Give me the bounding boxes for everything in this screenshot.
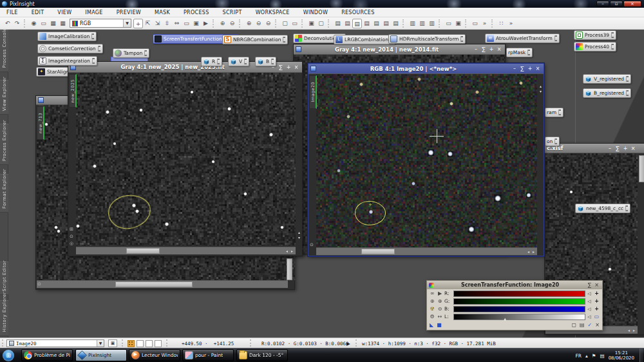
track-view-icon[interactable]: ▭ [593, 314, 600, 319]
edit-mode-icon[interactable]: ▶ [437, 291, 443, 297]
process-icon-imagecalibration[interactable]: ImageCalibration [37, 32, 97, 41]
menu-preview[interactable]: PREVIEW [117, 10, 141, 15]
scroll-down-icon[interactable]: ▾ [540, 90, 542, 93]
taskbar-item-mediaplayer[interactable]: Lecteur Windows ... [129, 349, 180, 361]
toolbar-button[interactable]: ⊖ [254, 19, 263, 28]
close-icon[interactable]: × [534, 66, 542, 71]
view-mode-icon[interactable]: ⊙ [37, 281, 41, 287]
window-titlebar[interactable]: RGB 4:1 Image20 | <*new*> – ∑ + × [308, 64, 544, 74]
toolbar-button[interactable]: ▭ [182, 19, 191, 28]
start-button[interactable]: ⊞ [3, 350, 14, 361]
window-titlebar[interactable]: c.xlsf – ∑ + × [545, 144, 644, 153]
grip[interactable] [122, 339, 124, 347]
toolbar-button[interactable]: ▥ [427, 19, 437, 28]
channel-toggle-2[interactable] [137, 340, 144, 347]
grip[interactable] [2, 339, 4, 347]
process-icon-staralignment[interactable]: ✦ StarAlign [36, 67, 72, 77]
zoom-icon[interactable]: + [488, 46, 495, 52]
toolbar-button[interactable]: ↷ [12, 19, 22, 28]
restore-button[interactable]: ▫ [610, 1, 623, 7]
shade-icon[interactable]: ∑ [518, 66, 526, 71]
settings-wrench-icon[interactable]: ⚙ [429, 314, 435, 320]
toolbar-button[interactable]: » [506, 19, 516, 28]
zoom-fit-icon[interactable]: ⊕ [437, 298, 443, 305]
toolbar-button[interactable]: ▥ [417, 19, 427, 28]
process-icon-process40[interactable]: Process40 [574, 42, 616, 52]
toolbar-button[interactable]: ▤ [381, 19, 391, 28]
zoom-out-icon[interactable]: ⊖ [437, 306, 443, 312]
menu-workspace[interactable]: WORKSPACE [256, 10, 290, 15]
toolbar-button[interactable]: ⇱ [143, 19, 153, 28]
toolbar-button[interactable]: ⇳ [162, 19, 172, 28]
stf-titlebar[interactable]: ScreenTransferFunction: Image20 ∑ × [427, 281, 602, 289]
auto-stretch-icon[interactable]: + [593, 291, 600, 296]
scroll-left-icon[interactable]: ◂ [286, 249, 288, 253]
window-rgb-image20[interactable]: RGB 4:1 Image20 | <*new*> – ∑ + × Image2… [308, 63, 544, 256]
scrollbar-thumb[interactable] [115, 281, 193, 287]
process-icon-lrgbcombination[interactable]: L LRGBCombination [334, 35, 395, 44]
clock[interactable]: 15:21 08/06/2020 [609, 350, 634, 361]
toolbar-button[interactable]: ↶ [3, 19, 12, 28]
menu-file[interactable]: FILE [6, 10, 18, 15]
image-icon-v-registered[interactable]: V_registered [583, 74, 631, 84]
selection-mode-icon[interactable]: ⊞ [70, 226, 73, 233]
toolbar-button[interactable]: ▭ [39, 19, 48, 28]
channel-toggle-3[interactable] [146, 340, 153, 347]
shade-icon[interactable]: ∑ [480, 46, 488, 52]
toolbar-button[interactable]: ▢ [280, 19, 290, 28]
toolbar-button[interactable]: ▣ [191, 19, 201, 28]
toolbar-button[interactable]: ▤ [372, 19, 381, 28]
menu-view[interactable]: VIEW [57, 10, 71, 15]
taskbar-item-paint[interactable]: pour - Paint [182, 349, 234, 361]
scrollbar-thumb[interactable] [361, 249, 395, 254]
horizontal-scrollbar[interactable]: ◂ ▸ [76, 247, 296, 254]
stf-blue-slider[interactable] [453, 306, 585, 312]
grip[interactable] [355, 339, 357, 347]
zoom-mode-icon[interactable]: ⊙ [70, 233, 73, 240]
minimize-icon[interactable]: – [511, 66, 518, 71]
link-rgb-icon[interactable]: ∞ [429, 291, 435, 297]
toolbar-button[interactable]: ▦ [58, 19, 68, 28]
menu-edit[interactable]: EDIT [32, 10, 44, 15]
toolbar-button[interactable]: ▣ [453, 19, 463, 28]
channel-selector[interactable]: RGB ▼ [70, 19, 131, 28]
toolbar-button[interactable]: ▶ [201, 19, 211, 28]
scroll-left-icon[interactable]: ◂ [527, 250, 529, 254]
process-icon-hdrmultiscaletransform[interactable]: HDRmultiscaleTransform [388, 34, 466, 44]
scroll-up-icon[interactable]: ▴ [298, 231, 300, 234]
horizontal-scrollbar[interactable] [37, 280, 288, 288]
sidebar-item-history-explorer[interactable]: History Explorer [0, 300, 8, 336]
taskbar-item-folder[interactable]: Dark 120 - -5° - Bl... [236, 349, 288, 361]
process-icon-partial-ram[interactable]: ram [545, 108, 564, 117]
close-icon[interactable]: × [593, 282, 600, 288]
menu-window[interactable]: WINDOW [303, 10, 328, 15]
readout-mode-icon[interactable]: ⊙ [310, 242, 314, 248]
horizontal-scrollbar[interactable]: ◂ ▸ [316, 247, 537, 255]
action-center-flag-icon[interactable]: ⚑ [592, 353, 596, 359]
taskbar-item-pixinsight[interactable]: PixInsight [75, 349, 127, 361]
toolbar-button[interactable]: ⊖ [227, 19, 237, 28]
menu-process[interactable]: PROCESS [184, 10, 209, 15]
scroll-range-icon[interactable]: ↔ [437, 314, 443, 320]
shade-icon[interactable]: ∑ [586, 282, 593, 288]
window-icon[interactable] [310, 66, 316, 71]
zoom-in-icon[interactable]: ⊕ [429, 298, 435, 305]
view-selector[interactable]: Image20 ▼ [6, 339, 104, 347]
tray-expand-icon[interactable]: ▴ [585, 353, 588, 359]
sidebar-item-process-explorer[interactable]: Process Explorer [0, 124, 8, 165]
window-titlebar[interactable]: Gray 4:1 new_2014 | new_2014.fit – ∑ + × [294, 44, 505, 55]
channel-toggle-1[interactable] [128, 340, 135, 347]
toolbar-button[interactable]: ⊕ [244, 19, 254, 28]
execute-icon[interactable]: ✓ [588, 322, 592, 328]
sidebar-item-format-explorer[interactable]: Format Explorer [0, 174, 8, 213]
image-icon-b[interactable]: B [255, 57, 276, 66]
menu-mask[interactable]: MASK [155, 10, 170, 15]
stf-red-slider[interactable] [453, 291, 585, 297]
sidebar-item-process-console[interactable]: Process Console [0, 30, 8, 72]
process-icon-atrouswavelettransform[interactable]: ≋ AtrouWaveletTransform [485, 33, 560, 43]
image-view-image20[interactable] [316, 74, 537, 248]
toolbar-button[interactable]: ⊕ [218, 19, 227, 28]
auto-stretch-icon[interactable]: + [593, 306, 600, 312]
window-icon[interactable] [38, 97, 44, 103]
minimize-button[interactable]: – [596, 1, 609, 7]
